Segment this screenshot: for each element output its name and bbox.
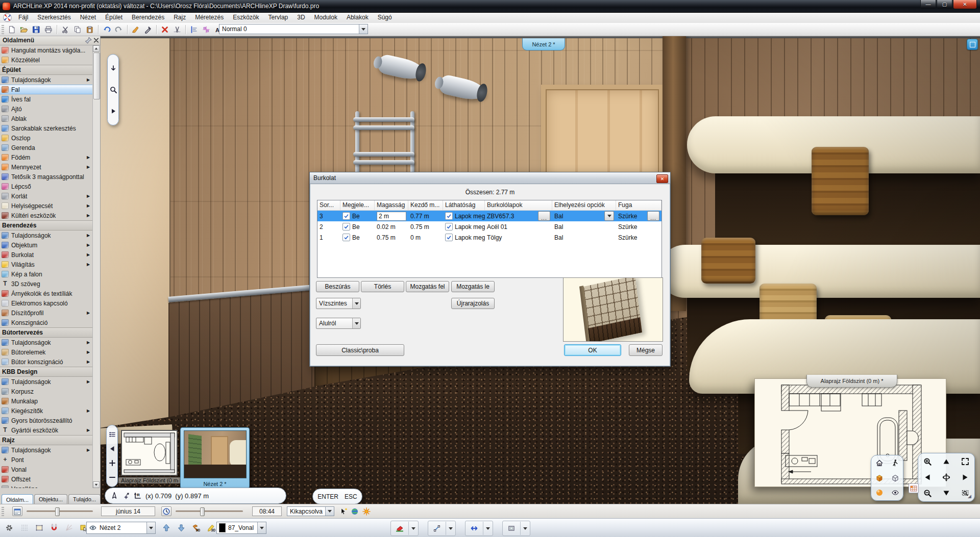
sidebar-item-ajt[interactable]: Ajtó xyxy=(0,104,93,114)
solid-model-icon[interactable] xyxy=(875,474,884,482)
pan-right-icon[interactable] xyxy=(961,473,969,481)
redo-icon[interactable] xyxy=(113,24,125,35)
maximize-button[interactable]: ▢ xyxy=(937,0,952,9)
style-combo[interactable]: Normal 0 xyxy=(219,24,368,34)
align-grid-icon[interactable] xyxy=(201,24,212,35)
sidebar-tab-oldalm[interactable]: Oldalm... xyxy=(2,494,33,504)
sidebar-item-vil-g-t-s[interactable]: Világítás▶ xyxy=(0,260,93,269)
sidebar-item-tet-s-k-3-magass-gponttal[interactable]: Tetősík 3 magasságponttal xyxy=(0,172,93,182)
sidebar-item-kieg-sz-t-k[interactable]: Kiegészítők▶ xyxy=(0,406,93,416)
enter-key-hint[interactable]: ENTER xyxy=(317,493,338,500)
column-header-megjele[interactable]: Megjele... xyxy=(340,200,375,210)
add-view-icon[interactable] xyxy=(108,459,116,467)
floorplan-thumbnail[interactable] xyxy=(121,430,178,476)
visibility-checkbox[interactable] xyxy=(445,234,453,241)
north-arrow-icon[interactable] xyxy=(110,492,118,500)
date-slider-knob[interactable] xyxy=(55,507,60,516)
sidebar-item-b-tor-konszign-ci[interactable]: Bútor konszignáció▶ xyxy=(0,357,93,367)
close-button[interactable]: ✕ xyxy=(953,0,977,9)
delete-button[interactable]: Törlés xyxy=(361,281,404,292)
menu-m-retez-s[interactable]: Méretezés xyxy=(190,12,228,23)
sidebar-item-gy-rt-i-eszk-z-k[interactable]: TGyártói eszközök▶ xyxy=(0,425,93,435)
snap-magnet-icon[interactable] xyxy=(46,520,62,535)
sidebar-item-offszet[interactable]: Offszet xyxy=(0,474,93,484)
sidebar-item-ves-fal[interactable]: Íves fal xyxy=(0,94,93,104)
sidebar-item-objektum[interactable]: Objektum▶ xyxy=(0,240,93,250)
table-row-layer-3[interactable]: 3Be2 m0.77 mLapok megjeZBV657.3...BalSzü… xyxy=(317,211,662,221)
zoom-in-icon[interactable] xyxy=(923,457,932,466)
eraser-dropdown-icon[interactable] xyxy=(408,522,418,535)
origin-combo[interactable]: Alulról xyxy=(316,318,361,329)
redraw-button[interactable]: Újrarajzolás xyxy=(451,298,495,309)
sidebar-item-3d-sz-veg[interactable]: T3D szöveg xyxy=(0,279,93,289)
dialog-close-icon[interactable]: ✕ xyxy=(656,174,668,183)
pan-down2-icon[interactable] xyxy=(942,489,950,497)
zoom-out-icon[interactable] xyxy=(923,489,932,497)
rect-tool-icon[interactable] xyxy=(503,522,520,535)
scrollbar-thumb[interactable] xyxy=(93,53,100,99)
settings-gear-icon[interactable] xyxy=(2,520,17,535)
move-down-level-icon[interactable] xyxy=(174,520,189,535)
pan-down-icon[interactable] xyxy=(109,64,117,72)
cell-height[interactable]: 0.75 m xyxy=(375,234,408,241)
menu-f-jl[interactable]: Fájl xyxy=(14,12,33,23)
zoom-icon[interactable] xyxy=(109,86,117,94)
perspective-view-icon[interactable] xyxy=(875,459,884,467)
move-down-button[interactable]: Mozgatás le xyxy=(451,281,495,292)
minimap-tab[interactable]: Alaprajz Földszint (0 m) * xyxy=(806,375,897,388)
pipette-icon[interactable] xyxy=(142,24,154,35)
insert-button[interactable]: Beszúrás xyxy=(316,281,359,292)
sidebar-item-rny-kol-k-s-text-li-k[interactable]: Árnyékolók és textíliák xyxy=(0,289,93,298)
wireframe-model-icon[interactable] xyxy=(891,474,899,482)
clock-icon[interactable] xyxy=(161,506,172,516)
line-dropdown-icon[interactable] xyxy=(446,522,455,535)
ok-button[interactable]: OK xyxy=(564,344,621,356)
minimize-button[interactable]: — xyxy=(920,0,936,9)
sidebar-item-oszlop[interactable]: Oszlop xyxy=(0,133,93,143)
minimap-resize-handle[interactable]: ◢ xyxy=(968,494,971,499)
sun-state-arrow-icon[interactable] xyxy=(325,507,334,516)
new-file-icon[interactable] xyxy=(6,24,17,35)
sidebar-item-gyors-b-tor-ssze-ll-t[interactable]: Gyors bútorösszeállító xyxy=(0,416,93,425)
scroll-down-icon[interactable] xyxy=(93,481,100,488)
cursor-snap-icon[interactable] xyxy=(338,506,349,517)
sidebar-close-icon[interactable] xyxy=(92,37,100,44)
column-header-sor[interactable]: Sor... xyxy=(317,200,340,210)
layer-combo[interactable]: 87_Vonal xyxy=(216,522,266,534)
time-value[interactable]: 08:44 xyxy=(252,506,282,516)
remove-view-icon[interactable] xyxy=(108,473,116,481)
move-dropdown-icon[interactable] xyxy=(483,522,493,535)
floorplan-thumbnail-label[interactable]: Alaprajz Földszint (0 m xyxy=(118,477,181,483)
show-checkbox[interactable] xyxy=(342,212,350,220)
cut-icon[interactable] xyxy=(60,24,71,35)
save-icon[interactable] xyxy=(31,24,42,35)
minimap-grid-icon[interactable] xyxy=(909,483,919,493)
copy-icon[interactable] xyxy=(72,24,83,35)
view-list-icon[interactable] xyxy=(108,430,116,439)
trim-icon[interactable] xyxy=(172,24,183,35)
pin-icon[interactable] xyxy=(85,37,92,44)
relative-axis-icon[interactable]: R xyxy=(134,492,142,500)
cell-height[interactable]: 2 m xyxy=(375,212,408,221)
grout-browse-button[interactable]: ... xyxy=(647,211,659,221)
brush-icon[interactable] xyxy=(130,24,141,35)
sidebar-item-k-zz-t-tel[interactable]: Közzététel xyxy=(0,55,93,65)
sidebar-item-k-lt-ri-eszk-z-k[interactable]: Kültéri eszközök▶ xyxy=(0,211,93,220)
time-slider[interactable] xyxy=(176,510,243,512)
cancel-button[interactable]: Mégse xyxy=(629,344,663,356)
menu-s-g[interactable]: Súgó xyxy=(373,12,397,23)
sidebar-item-tulajdons-gok[interactable]: Tulajdonságok▶ xyxy=(0,231,93,240)
layer-combo-arrow-icon[interactable] xyxy=(257,522,266,533)
menu-modulok[interactable]: Modulok xyxy=(310,12,342,23)
date-value[interactable]: június 14 xyxy=(101,506,155,516)
view-combo-arrow-icon[interactable] xyxy=(146,522,155,533)
viewport-corner-icon[interactable] xyxy=(967,39,978,50)
menu-3d[interactable]: 3D xyxy=(292,12,309,23)
layers-table[interactable]: Sor...Megjele...MagasságKezdő m...Láthat… xyxy=(317,200,662,278)
sidebar-item-fal[interactable]: Fal xyxy=(0,85,93,94)
date-slider[interactable] xyxy=(27,510,93,512)
sidebar-item-ablak[interactable]: Ablak xyxy=(0,114,93,123)
sun-state-combo[interactable]: Kikapcsolva xyxy=(287,506,334,516)
frame-icon[interactable] xyxy=(32,520,47,535)
sidebar-item-gerenda[interactable]: Gerenda xyxy=(0,143,93,152)
